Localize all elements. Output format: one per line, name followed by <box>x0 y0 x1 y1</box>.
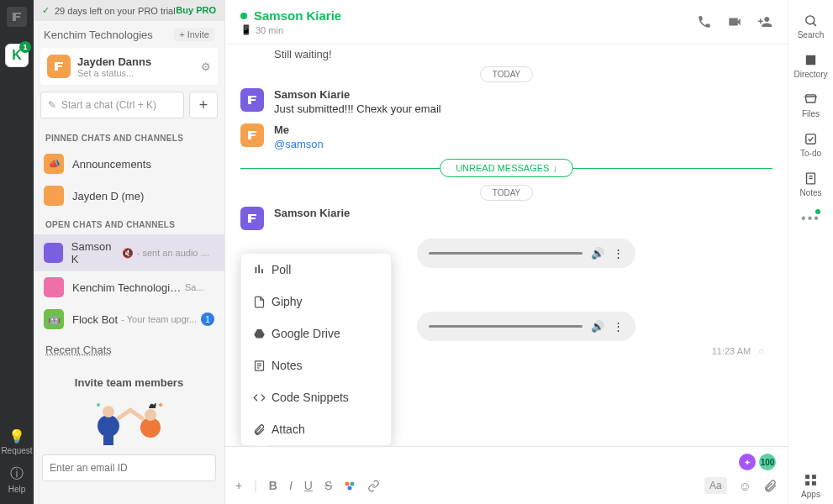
help-button[interactable]: ⓘ Help <box>8 465 26 494</box>
svg-rect-6 <box>158 402 163 407</box>
svg-point-12 <box>351 482 355 486</box>
bold-icon[interactable]: B <box>269 479 277 492</box>
speaker-icon[interactable]: 🔊 <box>591 247 604 260</box>
italic-icon[interactable]: I <box>289 479 293 492</box>
start-chat-input[interactable]: ✎ Start a chat (Ctrl + K) <box>40 92 184 118</box>
menu-item-code[interactable]: Code Snippets <box>241 381 391 413</box>
count-badge[interactable]: 100 <box>759 454 776 470</box>
search-icon <box>788 13 833 28</box>
menu-item-giphy[interactable]: Giphy <box>241 286 391 318</box>
recent-chats-link[interactable]: Recent Chats <box>34 335 224 365</box>
unread-badge: 1 <box>201 312 214 326</box>
chat-item-flockbot[interactable]: 🤖 Flock Bot - Your team upgr... 1 <box>34 303 224 335</box>
pinned-item-announcements[interactable]: 📣 Announcements <box>34 148 224 180</box>
file-icon <box>253 296 272 308</box>
audio-message[interactable]: 🔊 ⋮ <box>417 239 635 268</box>
svg-line-15 <box>813 23 816 26</box>
buy-pro-link[interactable]: Buy PRO <box>176 5 216 15</box>
add-person-icon[interactable] <box>757 14 772 29</box>
compose-icon: ✎ <box>48 99 56 111</box>
rail-apps[interactable]: Apps <box>788 468 833 504</box>
code-icon <box>253 391 272 404</box>
avatar-icon <box>240 207 264 230</box>
chat-subtitle: 📱 30 min <box>240 24 341 35</box>
lightbulb-icon: 💡 <box>1 428 32 444</box>
user-avatar <box>47 55 71 78</box>
menu-item-attach[interactable]: Attach <box>241 413 391 445</box>
menu-item-notes[interactable]: Notes <box>241 349 391 381</box>
apps-icon <box>788 473 833 487</box>
emoji-icon[interactable]: ☺ <box>739 479 751 493</box>
audio-message[interactable]: 🔊 ⋮ <box>417 312 635 341</box>
megaphone-icon: 📣 <box>44 154 64 174</box>
workspace-count: 1 <box>19 41 31 53</box>
plus-icon[interactable]: + <box>235 479 242 492</box>
message-list: Still waiting! TODAY Samson Kiarie Just … <box>225 45 788 446</box>
presence-dot <box>240 13 247 19</box>
current-user[interactable]: Jayden Danns Set a status... ⚙ <box>40 48 218 85</box>
new-chat-button[interactable]: + <box>189 92 218 118</box>
poll-icon <box>253 264 272 276</box>
pinned-item-self[interactable]: Jayden D (me) <box>34 180 224 212</box>
avatar-icon <box>44 243 63 263</box>
request-button[interactable]: 💡 Request <box>1 428 32 455</box>
strike-icon[interactable]: S <box>324 479 332 492</box>
svg-rect-2 <box>103 433 113 445</box>
rail-search[interactable]: Search <box>788 8 833 45</box>
date-divider: TODAY <box>240 186 772 198</box>
notification-dot <box>815 209 820 214</box>
more-icon[interactable]: ⋮ <box>613 320 624 333</box>
chat-main: Samson Kiarie 📱 30 min Still waiting! TO… <box>225 0 788 504</box>
invite-button[interactable]: + Invite <box>174 28 214 41</box>
svg-rect-17 <box>806 134 815 144</box>
invite-title: Invite team members <box>42 376 216 389</box>
org-name: Kenchim Technologies <box>44 29 153 41</box>
gear-icon[interactable]: ⚙ <box>201 60 211 73</box>
message-text: Still waiting! <box>274 48 772 60</box>
call-icon[interactable] <box>697 14 712 29</box>
message-text: @samson <box>274 138 324 150</box>
sidebar: ✓ 29 days left on your PRO trial Buy PRO… <box>34 0 225 504</box>
app-badge[interactable]: ✦ <box>739 454 756 470</box>
message-author: Samson Kiarie <box>274 207 350 219</box>
menu-item-poll[interactable]: Poll <box>241 254 391 286</box>
avatar-icon <box>44 277 64 297</box>
rail-todo[interactable]: To-do <box>788 127 833 163</box>
rail-files[interactable]: Files <box>788 87 833 123</box>
org-row: Kenchim Technologies + Invite <box>34 21 224 48</box>
todo-icon <box>788 132 833 146</box>
menu-item-gdrive[interactable]: Google Drive <box>241 318 391 349</box>
rail-notes[interactable]: Notes <box>788 166 833 202</box>
chat-item-samson[interactable]: Samson K 🔇 - sent an audio note <box>34 234 224 271</box>
speaker-icon[interactable]: 🔊 <box>591 320 604 333</box>
chat-title: Samson Kiarie <box>254 8 341 23</box>
video-icon[interactable] <box>727 14 742 29</box>
format-toggle[interactable]: Aa <box>704 477 727 494</box>
bot-icon: 🤖 <box>44 309 64 329</box>
unread-divider: UNREAD MESSAGES↓ <box>240 159 772 177</box>
date-divider: TODAY <box>240 67 772 80</box>
workspace-badge[interactable]: K 1 <box>5 44 29 67</box>
message: Samson Kiarie Just submitted!!! Chexk yo… <box>240 88 772 115</box>
link-icon[interactable] <box>367 480 380 492</box>
chat-item-hub[interactable]: Kenchim Technologies Hub Sa... <box>34 271 224 303</box>
help-icon: ⓘ <box>8 465 26 483</box>
svg-point-11 <box>345 482 350 486</box>
svg-rect-21 <box>805 475 809 479</box>
svg-rect-23 <box>805 481 809 486</box>
underline-icon[interactable]: U <box>304 479 313 492</box>
message: Me @samson <box>240 123 772 150</box>
svg-point-14 <box>806 16 815 24</box>
invite-email-input[interactable] <box>42 454 216 481</box>
more-icon[interactable]: ⋮ <box>613 247 624 260</box>
mute-icon: 🔇 <box>122 248 134 259</box>
color-icon[interactable] <box>344 480 356 491</box>
message: Samson Kiarie <box>240 207 772 230</box>
svg-point-5 <box>97 403 100 407</box>
rail-more[interactable]: ••• <box>796 206 825 231</box>
message-text: Just submitted!!! Chexk your email <box>274 102 441 115</box>
svg-point-13 <box>348 486 352 491</box>
rail-directory[interactable]: Directory <box>788 48 833 84</box>
user-status: Set a status... <box>77 68 151 78</box>
attach-icon[interactable] <box>763 479 778 493</box>
